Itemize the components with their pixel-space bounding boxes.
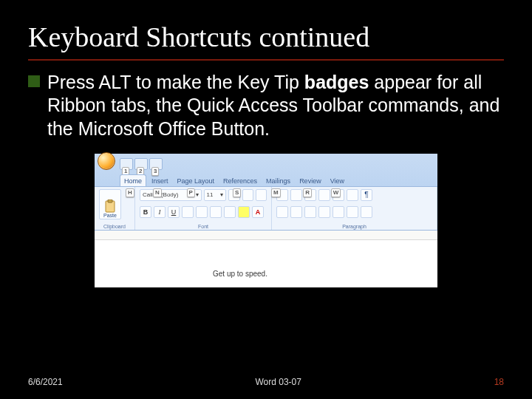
word-screenshot: 1 2 3 Home H Insert N xyxy=(95,154,437,287)
tab-label: References xyxy=(223,177,257,185)
keytip-badge: S xyxy=(233,188,241,197)
keytip-badge: R xyxy=(303,188,312,197)
sort-button[interactable] xyxy=(347,189,358,201)
tab-page-layout[interactable]: Page Layout P xyxy=(174,175,219,186)
title-bar: 1 2 3 xyxy=(95,154,437,170)
ribbon-tabs: Home H Insert N Page Layout P References… xyxy=(95,170,437,186)
bullet-marker xyxy=(28,75,40,87)
justify-button[interactable] xyxy=(318,206,330,218)
tab-home[interactable]: Home H xyxy=(120,174,146,186)
shrink-font-button[interactable] xyxy=(242,189,253,201)
font-color-button[interactable]: A xyxy=(252,206,264,218)
footer-center: Word 03-07 xyxy=(255,377,301,387)
font-size-combo[interactable]: 11▾ xyxy=(204,189,227,201)
align-center-button[interactable] xyxy=(290,206,302,218)
qat-undo[interactable]: 2 xyxy=(134,158,148,170)
chevron-down-icon: ▾ xyxy=(220,191,223,198)
shading-button[interactable] xyxy=(347,206,358,218)
tab-references[interactable]: References S xyxy=(219,175,261,186)
clipboard-icon xyxy=(104,200,116,213)
footer-page: 18 xyxy=(494,377,504,387)
decrease-indent-button[interactable] xyxy=(318,189,330,201)
keytip-badge: P xyxy=(187,188,195,197)
bullet-bold: badges xyxy=(304,72,369,92)
slide-title: Keyboard Shortcuts continued xyxy=(28,21,504,53)
font-size: 11 xyxy=(207,191,214,198)
underline-button[interactable]: U xyxy=(168,206,180,218)
paste-label: Paste xyxy=(103,213,117,218)
keytip-badge: H xyxy=(126,188,134,197)
tab-label: Page Layout xyxy=(177,177,215,185)
tab-label: Home xyxy=(124,177,142,185)
align-right-button[interactable] xyxy=(304,206,316,218)
group-paragraph: ¶ Paragraph xyxy=(272,187,437,230)
bullet-item: Press ALT to make the Key Tip badges app… xyxy=(28,71,504,140)
show-marks-button[interactable]: ¶ xyxy=(361,189,372,201)
line-spacing-button[interactable] xyxy=(332,206,344,218)
ribbon-body: Paste Clipboard Calibri (Body)▾ 11▾ xyxy=(95,186,437,231)
tab-label: Mailings xyxy=(266,177,290,185)
svg-rect-1 xyxy=(108,200,112,202)
numbering-button[interactable] xyxy=(290,189,302,201)
bold-button[interactable]: B xyxy=(140,206,151,218)
document-text: Get up to speed. xyxy=(213,270,267,278)
text-effects-button[interactable] xyxy=(224,206,236,218)
tab-view[interactable]: View W xyxy=(327,175,348,186)
tab-insert[interactable]: Insert N xyxy=(148,175,172,186)
keytip-badge: N xyxy=(153,188,162,197)
bullet-text: Press ALT to make the Key Tip badges app… xyxy=(47,71,504,140)
clear-formatting-button[interactable] xyxy=(256,189,267,201)
tab-label: View xyxy=(330,177,344,185)
tab-label: Review xyxy=(299,177,321,185)
qat-redo[interactable]: 3 xyxy=(149,158,163,170)
group-title: Font xyxy=(140,224,267,229)
borders-button[interactable] xyxy=(361,206,372,218)
slide-footer: 6/6/2021 Word 03-07 18 xyxy=(0,377,532,387)
ruler[interactable] xyxy=(95,231,437,240)
strikethrough-button[interactable] xyxy=(182,206,194,218)
chevron-down-icon: ▾ xyxy=(196,191,199,198)
align-left-button[interactable] xyxy=(276,206,288,218)
highlight-button[interactable] xyxy=(238,206,250,218)
ribbon: 1 2 3 Home H Insert N xyxy=(95,154,437,231)
tab-mailings[interactable]: Mailings M xyxy=(262,175,294,186)
subscript-button[interactable] xyxy=(196,206,208,218)
keytip-badge: W xyxy=(331,188,341,197)
italic-button[interactable]: I xyxy=(154,206,166,218)
superscript-button[interactable] xyxy=(210,206,222,218)
keytip-badge: 3 xyxy=(151,167,159,176)
qat-save[interactable]: 1 xyxy=(120,158,133,170)
footer-date: 6/6/2021 xyxy=(28,377,63,387)
tab-review[interactable]: Review R xyxy=(296,175,325,186)
keytip-badge: M xyxy=(271,188,281,197)
bullet-pre: Press ALT to make the Key Tip xyxy=(47,72,304,92)
paste-button[interactable]: Paste xyxy=(99,189,121,219)
office-button[interactable] xyxy=(98,152,115,170)
title-rule xyxy=(28,59,504,61)
document-area[interactable]: Get up to speed. xyxy=(95,240,437,287)
group-title: Paragraph xyxy=(276,224,432,229)
group-title: Clipboard xyxy=(99,224,130,229)
tab-label: Insert xyxy=(151,177,168,185)
slide: Keyboard Shortcuts continued Press ALT t… xyxy=(0,0,532,399)
